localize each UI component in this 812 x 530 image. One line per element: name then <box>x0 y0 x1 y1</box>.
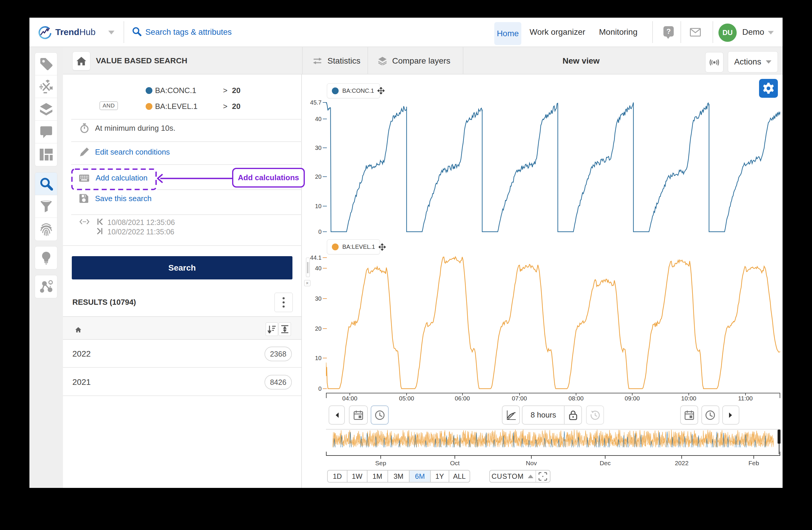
svg-text:?: ? <box>666 27 671 35</box>
